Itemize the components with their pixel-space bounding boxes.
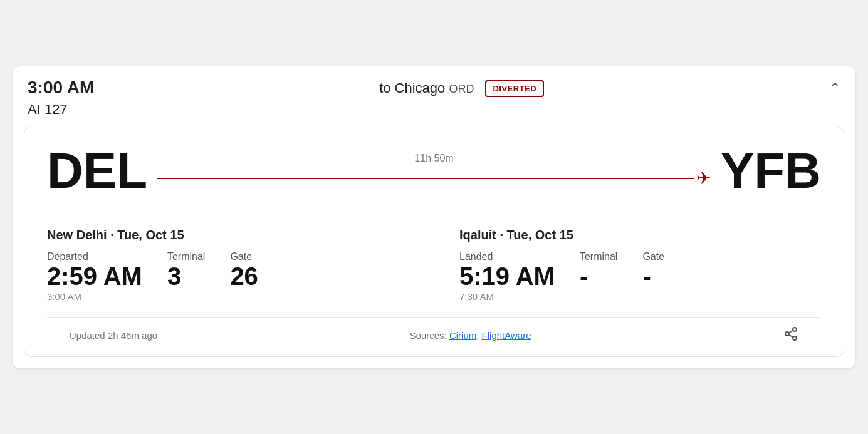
- departure-time: 3:00 AM: [28, 78, 94, 98]
- route-row: DEL 11h 50m ✈ YFB: [47, 146, 821, 196]
- origin-gate-value: 26: [230, 262, 258, 290]
- destination-status-col: Landed 5:19 AM 7:30 AM: [459, 251, 555, 302]
- source-cirium-link[interactable]: Cirium: [449, 330, 476, 341]
- destination-terminal-col: Terminal -: [580, 251, 617, 302]
- destination-details: Iqaluit · Tue, Oct 15 Landed 5:19 AM 7:3…: [434, 228, 821, 303]
- origin-time-actual: 2:59 AM: [47, 262, 142, 290]
- flight-detail-card: DEL 11h 50m ✈ YFB New Delhi · Tue, Oct 1…: [24, 127, 844, 357]
- origin-details: New Delhi · Tue, Oct 15 Departed 2:59 AM…: [47, 228, 434, 303]
- share-icon[interactable]: [783, 326, 798, 345]
- origin-time-scheduled: 3:00 AM: [47, 291, 142, 302]
- sources-text: Sources: Cirium, FlightAware: [410, 330, 531, 341]
- diverted-badge: DIVERTED: [485, 80, 544, 97]
- origin-terminal-label: Terminal: [167, 251, 205, 262]
- svg-line-4: [789, 330, 793, 333]
- destination-time-scheduled: 7:30 AM: [459, 291, 555, 302]
- route-line: ✈: [157, 168, 711, 189]
- origin-status-label: Departed: [47, 251, 142, 262]
- origin-terminal-value: 3: [167, 262, 205, 290]
- route-line-container: 11h 50m ✈: [157, 153, 711, 189]
- flight-line: [157, 178, 694, 179]
- origin-terminal-col: Terminal 3: [167, 251, 205, 302]
- origin-city-date: New Delhi · Tue, Oct 15: [47, 228, 409, 242]
- origin-status-col: Departed 2:59 AM 3:00 AM: [47, 251, 142, 302]
- destination-text: to Chicago ORD: [379, 80, 474, 96]
- destination-terminal-label: Terminal: [580, 251, 617, 262]
- header-center: to Chicago ORD DIVERTED: [379, 78, 544, 97]
- destination-airport-code: YFB: [721, 146, 821, 196]
- destination-terminal-value: -: [580, 262, 617, 290]
- origin-airport-code: DEL: [47, 146, 147, 196]
- origin-info-labels: Departed 2:59 AM 3:00 AM Terminal 3 Gate…: [47, 251, 409, 302]
- collapse-button[interactable]: ⌃: [829, 78, 840, 96]
- details-row: New Delhi · Tue, Oct 15 Departed 2:59 AM…: [47, 214, 821, 317]
- destination-status-label: Landed: [459, 251, 555, 262]
- header-left: 3:00 AM AI 127: [28, 78, 94, 118]
- updated-text: Updated 2h 46m ago: [70, 330, 157, 341]
- svg-line-3: [789, 334, 793, 337]
- destination-gate-col: Gate -: [642, 251, 664, 302]
- destination-gate-label: Gate: [642, 251, 664, 262]
- destination-time-actual: 5:19 AM: [459, 262, 555, 290]
- duration-label: 11h 50m: [414, 153, 453, 164]
- plane-icon: ✈: [696, 168, 711, 189]
- source-flightaware-link[interactable]: FlightAware: [482, 330, 531, 341]
- origin-gate-label: Gate: [230, 251, 258, 262]
- header-row: 3:00 AM AI 127 to Chicago ORD DIVERTED ⌃: [13, 66, 855, 127]
- destination-gate-value: -: [642, 262, 664, 290]
- flight-number: AI 127: [28, 101, 94, 118]
- origin-gate-col: Gate 26: [230, 251, 258, 302]
- flight-card-container: 3:00 AM AI 127 to Chicago ORD DIVERTED ⌃…: [13, 66, 855, 368]
- destination-info-labels: Landed 5:19 AM 7:30 AM Terminal - Gate -: [459, 251, 821, 302]
- footer-row: Updated 2h 46m ago Sources: Cirium, Flig…: [47, 317, 821, 356]
- destination-city-date: Iqaluit · Tue, Oct 15: [459, 228, 821, 242]
